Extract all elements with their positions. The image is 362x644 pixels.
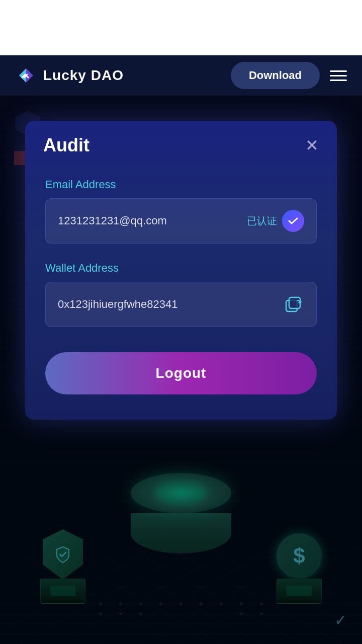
background-area: Audit ✕ Email Address 1231231231@qq.com … — [0, 96, 362, 644]
email-section: Email Address 1231231231@qq.com 已认证 — [45, 178, 317, 244]
verified-area: 已认证 — [247, 210, 304, 232]
navbar: Lucky DAO Download — [0, 55, 362, 96]
email-value: 1231231231@qq.com — [58, 214, 167, 227]
modal-header: Audit ✕ — [25, 121, 337, 168]
modal-close-button[interactable]: ✕ — [305, 137, 319, 153]
audit-modal: Audit ✕ Email Address 1231231231@qq.com … — [25, 121, 337, 420]
email-label: Email Address — [45, 178, 317, 191]
logo-icon — [15, 64, 37, 87]
verified-check-icon — [282, 210, 304, 232]
wallet-section: Wallet Address 0x123jihiuergfwhe82341 — [45, 262, 317, 327]
copy-wallet-icon[interactable] — [282, 293, 304, 315]
download-button[interactable]: Download — [231, 62, 320, 89]
logo-area: Lucky DAO — [15, 64, 124, 87]
logout-button[interactable]: Logout — [45, 352, 317, 394]
top-white-bar — [0, 0, 362, 55]
hamburger-menu-icon[interactable] — [330, 70, 347, 81]
wallet-label: Wallet Address — [45, 262, 317, 275]
wallet-input-row: 0x123jihiuergfwhe82341 — [45, 282, 317, 327]
modal-body: Email Address 1231231231@qq.com 已认证 — [25, 168, 337, 327]
wallet-value: 0x123jihiuergfwhe82341 — [58, 298, 178, 311]
logo-text: Lucky DAO — [43, 67, 124, 84]
modal-title: Audit — [43, 135, 89, 156]
verified-text: 已认证 — [247, 214, 277, 228]
nav-right: Download — [231, 62, 347, 89]
email-input-row: 1231231231@qq.com 已认证 — [45, 198, 317, 244]
